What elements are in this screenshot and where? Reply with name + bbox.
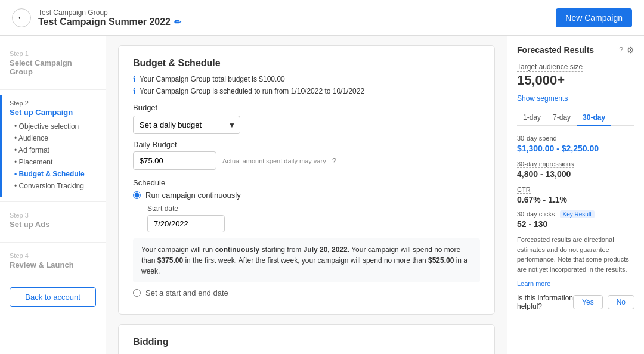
step-4-title: Review & Launch [10, 260, 96, 269]
spend-block: 30-day spend $1,300.00 - $2,250.00 [517, 133, 634, 153]
sidebar-item-budget-schedule[interactable]: Budget & Schedule [14, 168, 96, 180]
schedule-section: Schedule Run campaign continuously Start… [133, 178, 480, 297]
sidebar-item-conversion-tracking[interactable]: Conversion Tracking [14, 180, 96, 192]
daily-budget-label: Daily Budget [133, 140, 480, 149]
edit-icon[interactable]: ✏ [174, 17, 181, 27]
nav-titles: Test Campaign Group Test Campaign Summer… [38, 8, 181, 27]
new-campaign-button[interactable]: New Campaign [556, 8, 632, 27]
start-date-wrap: Start date [147, 204, 480, 232]
step-2-title: Set up Campaign [10, 108, 96, 117]
sidebar-item-placement[interactable]: Placement [14, 156, 96, 168]
right-panel: Forecasted Results ? ⚙ Target audience s… [507, 36, 644, 354]
impressions-label: 30-day impressions [517, 160, 574, 168]
clicks-block: 30-day clicks Key Result 52 - 130 [517, 210, 634, 229]
learn-more-link[interactable]: Learn more [517, 280, 550, 287]
start-date-label: Start date [147, 204, 480, 213]
back-icon: ← [17, 13, 26, 23]
tab-30-day[interactable]: 30-day [577, 110, 611, 126]
step-2-label: Step 2 [10, 100, 96, 107]
step-4-group: Step 4 Review & Launch [0, 247, 106, 278]
step-1-title: Select Campaign Group [10, 58, 96, 76]
forecast-header: Forecasted Results ? ⚙ [517, 45, 634, 55]
info-icon-2: ℹ [133, 86, 136, 96]
bidding-title: Bidding [133, 337, 480, 347]
info-row-1: ℹ Your Campaign Group total budget is $1… [133, 74, 480, 84]
no-button[interactable]: No [608, 295, 634, 309]
spend-value: $1,300.00 - $2,250.00 [517, 144, 634, 153]
clicks-value: 52 - 130 [517, 219, 634, 229]
forecast-title: Forecasted Results [517, 45, 594, 55]
nav-campaign-title: Test Campaign Summer 2022 ✏ [38, 17, 181, 27]
key-result-badge: Key Result [560, 210, 595, 218]
schedule-label: Schedule [133, 178, 480, 187]
daily-budget-hint: Actual amount spent daily may vary [222, 157, 326, 164]
back-button[interactable]: ← [12, 8, 31, 27]
helpful-text: Is this information helpful? [517, 294, 573, 310]
budget-select-wrapper: Set a daily budget Set a lifetime budget… [133, 116, 240, 134]
step-2-items: Objective selection Audience Ad format P… [14, 120, 96, 192]
budget-schedule-card: Budget & Schedule ℹ Your Campaign Group … [118, 45, 495, 315]
step-3-label: Step 3 [10, 212, 96, 219]
step-2-group: Step 2 Set up Campaign Objective selecti… [0, 95, 106, 197]
daily-budget-row: Actual amount spent daily may vary ? [133, 151, 480, 170]
gear-icon[interactable]: ⚙ [627, 45, 634, 55]
sidebar-item-objective[interactable]: Objective selection [14, 120, 96, 132]
budget-field-label: Budget [133, 103, 480, 112]
info-text-2: Your Campaign Group is scheduled to run … [140, 87, 364, 95]
info-row-2: ℹ Your Campaign Group is scheduled to ru… [133, 86, 480, 96]
nav-left: ← Test Campaign Group Test Campaign Summ… [12, 8, 181, 27]
yes-button[interactable]: Yes [573, 295, 603, 309]
info-icon-1: ℹ [133, 74, 136, 84]
day-tabs: 1-day 7-day 30-day [517, 110, 634, 126]
sidebar: Step 1 Select Campaign Group Step 2 Set … [0, 36, 106, 354]
forecast-note: Forecasted results are directional estim… [517, 235, 634, 274]
run-continuously-row: Run campaign continuously [133, 191, 480, 200]
set-date-radio[interactable] [133, 289, 141, 297]
info-text-1: Your Campaign Group total budget is $100… [140, 75, 285, 83]
step-1-label: Step 1 [10, 50, 96, 57]
step-1-group: Step 1 Select Campaign Group [0, 45, 106, 85]
set-date-row: Set a start and end date [133, 288, 480, 297]
top-nav: ← Test Campaign Group Test Campaign Summ… [0, 0, 644, 36]
tab-7-day[interactable]: 7-day [547, 110, 577, 126]
ctr-value: 0.67% - 1.1% [517, 195, 634, 204]
sidebar-item-ad-format[interactable]: Ad format [14, 144, 96, 156]
tab-1-day[interactable]: 1-day [517, 110, 547, 126]
step-3-group: Step 3 Set up Ads [0, 207, 106, 237]
run-continuously-label: Run campaign continuously [145, 191, 241, 200]
sidebar-item-audience[interactable]: Audience [14, 132, 96, 144]
forecast-help-icon[interactable]: ? [619, 46, 623, 54]
budget-schedule-title: Budget & Schedule [133, 58, 480, 69]
helpful-row: Is this information helpful? Yes No [517, 294, 634, 310]
bidding-card: Bidding Optimization goal ? Landing page… [118, 324, 495, 354]
spend-label: 30-day spend [517, 135, 557, 142]
audience-label: Target audience size [517, 63, 583, 72]
main-layout: Step 1 Select Campaign Group Step 2 Set … [0, 36, 644, 354]
clicks-label: 30-day clicks [517, 210, 555, 218]
show-segments-link[interactable]: Show segments [517, 94, 634, 103]
step-4-label: Step 4 [10, 252, 96, 259]
audience-block: Target audience size 15,000+ [517, 62, 634, 88]
audience-size: 15,000+ [517, 73, 634, 88]
ctr-label: CTR [517, 186, 531, 194]
daily-budget-help-icon[interactable]: ? [332, 156, 336, 165]
impressions-block: 30-day impressions 4,800 - 13,000 [517, 159, 634, 179]
nav-group-title: Test Campaign Group [38, 8, 181, 17]
budget-select[interactable]: Set a daily budget Set a lifetime budget [133, 116, 240, 134]
content-area: Budget & Schedule ℹ Your Campaign Group … [106, 36, 507, 354]
run-continuously-radio[interactable] [133, 191, 141, 199]
back-to-account-button[interactable]: Back to account [10, 287, 96, 307]
start-date-input[interactable] [147, 215, 225, 232]
step-3-title: Set up Ads [10, 220, 96, 229]
ctr-block: CTR 0.67% - 1.1% [517, 185, 634, 204]
run-info-box: Your campaign will run continuously star… [133, 238, 480, 282]
impressions-value: 4,800 - 13,000 [517, 169, 634, 179]
set-date-label: Set a start and end date [145, 288, 228, 297]
helpful-buttons: Yes No [573, 295, 634, 309]
daily-budget-input[interactable] [133, 151, 216, 170]
